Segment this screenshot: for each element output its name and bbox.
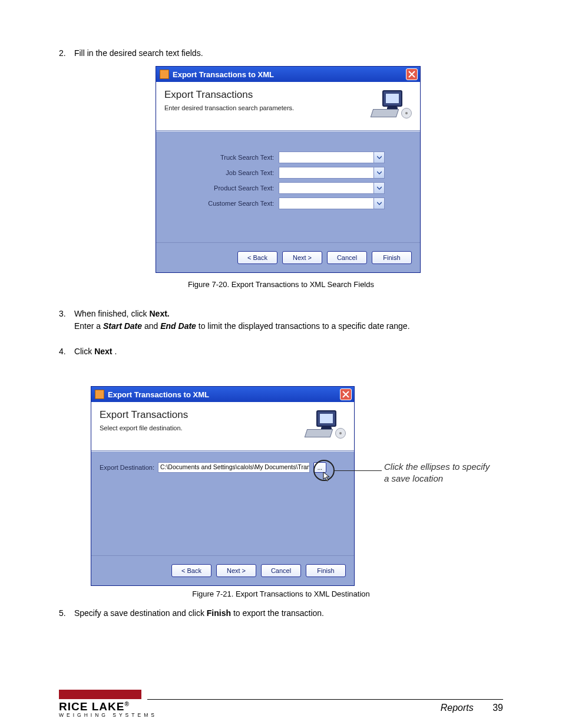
dialog-body: Truck Search Text: Job Search Text: Prod… bbox=[156, 131, 420, 242]
dialog-title: Export Transactions to XML bbox=[108, 390, 336, 399]
chevron-down-icon bbox=[373, 152, 384, 163]
step-4: 4. Click Next . bbox=[59, 345, 117, 358]
annotation-line-1: Click the ellipses to specify bbox=[384, 462, 490, 472]
brand-subtitle: WEIGHING SYSTEMS bbox=[59, 712, 157, 718]
step-2-text: Fill in the desired search text fields. bbox=[74, 48, 203, 58]
annotation-lead-line bbox=[335, 470, 382, 471]
close-button[interactable] bbox=[406, 68, 418, 80]
figure-caption-1: Figure 7-20. Export Transactions to XML … bbox=[0, 280, 562, 289]
spacer bbox=[59, 320, 72, 332]
dialog-subheading: Enter desired transaction search paramet… bbox=[164, 104, 294, 111]
xml-file-icon bbox=[160, 70, 169, 79]
step-3-next: Next. bbox=[150, 309, 170, 318]
step-3-number: 3. bbox=[59, 308, 72, 320]
dialog-header: Export Transactions Select export file d… bbox=[91, 402, 354, 451]
export-dialog-search: Export Transactions to XML Export Transa… bbox=[156, 66, 421, 273]
next-button[interactable]: Next > bbox=[216, 564, 256, 577]
export-dialog-destination: Export Transactions to XML Export Transa… bbox=[91, 386, 355, 586]
dialog-heading: Export Transactions bbox=[164, 89, 294, 101]
truck-search-combo[interactable] bbox=[279, 151, 385, 163]
step-4-next: Next bbox=[94, 347, 112, 356]
brand-logo: RICE LAKE® WEIGHING SYSTEMS bbox=[59, 690, 157, 718]
chevron-down-icon bbox=[373, 183, 384, 193]
xml-file-icon bbox=[95, 390, 104, 399]
browse-ellipses-button[interactable]: ... bbox=[313, 462, 326, 473]
customer-search-combo[interactable] bbox=[279, 197, 385, 209]
registered-mark: ® bbox=[124, 701, 129, 707]
customer-search-label: Customer Search Text: bbox=[180, 200, 274, 207]
page-number: 39 bbox=[492, 703, 503, 713]
chevron-down-icon bbox=[373, 167, 384, 178]
job-search-combo[interactable] bbox=[279, 167, 385, 179]
figure-caption-2: Figure 7-21. Export Transactions to XML … bbox=[0, 589, 562, 598]
footer-rule bbox=[147, 699, 503, 700]
close-button[interactable] bbox=[340, 388, 352, 400]
product-search-combo[interactable] bbox=[279, 182, 385, 194]
step-3-start-date: Start Date bbox=[103, 321, 142, 331]
next-button[interactable]: Next > bbox=[282, 251, 322, 264]
cancel-button[interactable]: Cancel bbox=[327, 251, 367, 264]
export-destination-input[interactable]: C:\Documents and Settings\calols\My Docu… bbox=[158, 462, 310, 473]
dialog-header: Export Transactions Enter desired transa… bbox=[156, 82, 420, 131]
export-destination-label: Export Destination: bbox=[100, 464, 154, 471]
footer-text: Reports 39 bbox=[441, 703, 503, 713]
annotation-text: Click the ellipses to specify a save loc… bbox=[384, 461, 490, 485]
step-5-finish: Finish bbox=[207, 608, 231, 618]
titlebar: Export Transactions to XML bbox=[156, 67, 420, 82]
product-search-label: Product Search Text: bbox=[180, 185, 274, 192]
job-search-label: Job Search Text: bbox=[180, 169, 274, 176]
titlebar: Export Transactions to XML bbox=[91, 387, 354, 402]
step-4-text-a: Click bbox=[74, 347, 94, 356]
dialog-title: Export Transactions to XML bbox=[173, 70, 402, 79]
computer-clipart-icon bbox=[371, 89, 412, 120]
step-2: 2. Fill in the desired search text field… bbox=[59, 47, 203, 60]
step-3-text-c: to limit the displayed transactions to a… bbox=[199, 321, 410, 331]
dialog-body: Export Destination: C:\Documents and Set… bbox=[91, 451, 354, 555]
step-5-text-a: Specify a save destination and click bbox=[74, 608, 207, 618]
section-name: Reports bbox=[441, 703, 474, 713]
finish-button[interactable]: Finish bbox=[372, 251, 412, 264]
step-5: 5. Specify a save destination and click … bbox=[59, 607, 324, 620]
step-3: 3. When finished, click Next. Enter a St… bbox=[59, 308, 503, 332]
computer-clipart-icon bbox=[305, 409, 346, 440]
dialog-footer: < Back Next > Cancel Finish bbox=[156, 242, 420, 272]
annotation-line-2: a save location bbox=[384, 473, 443, 483]
step-3-and: and bbox=[144, 321, 160, 331]
back-button[interactable]: < Back bbox=[237, 251, 277, 264]
back-button[interactable]: < Back bbox=[171, 564, 211, 577]
chevron-down-icon bbox=[373, 198, 384, 209]
step-5-number: 5. bbox=[59, 607, 72, 620]
close-icon bbox=[342, 391, 349, 398]
dialog-footer: < Back Next > Cancel Finish bbox=[91, 555, 354, 585]
brand-name: RICE LAKE® bbox=[59, 700, 157, 713]
finish-button[interactable]: Finish bbox=[306, 564, 346, 577]
close-icon bbox=[408, 71, 415, 78]
step-3-text-a: When finished, click bbox=[74, 309, 150, 318]
dialog-subheading: Select export file destination. bbox=[100, 424, 188, 431]
truck-search-label: Truck Search Text: bbox=[180, 154, 274, 161]
logo-bar bbox=[59, 690, 141, 699]
cancel-button[interactable]: Cancel bbox=[261, 564, 301, 577]
step-2-number: 2. bbox=[59, 47, 72, 60]
step-4-number: 4. bbox=[59, 345, 72, 358]
step-5-text-b: to export the transaction. bbox=[233, 608, 324, 618]
step-3-text-b: Enter a bbox=[74, 321, 103, 331]
dialog-heading: Export Transactions bbox=[100, 409, 188, 421]
step-3-end-date: End Date bbox=[160, 321, 196, 331]
step-4-text-b: . bbox=[114, 347, 117, 356]
